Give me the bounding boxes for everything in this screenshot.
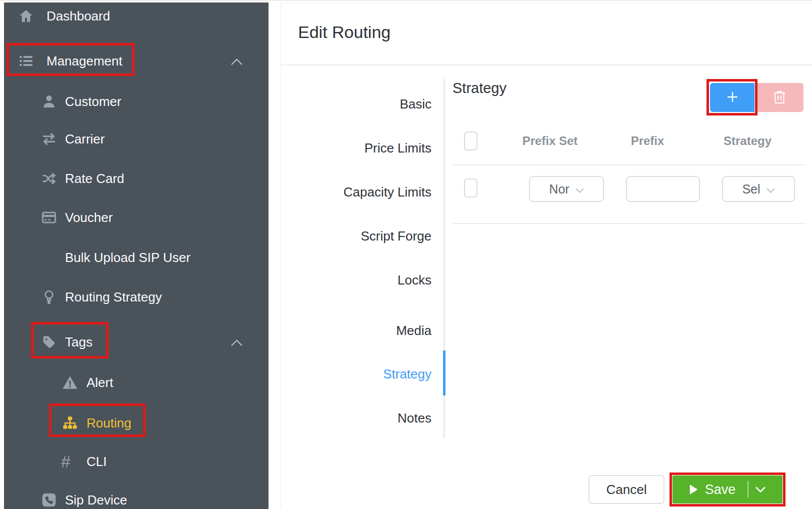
list-icon	[17, 52, 39, 70]
add-row-button[interactable]	[710, 83, 754, 112]
sidebar-item-tags[interactable]: Tags	[4, 326, 268, 358]
icon-spacer	[40, 248, 58, 266]
dialog-header: Edit Routing	[281, 4, 812, 66]
save-split-divider	[748, 481, 748, 498]
prefix-set-select-value: Nor	[549, 182, 569, 196]
sidebar-item-label: Carrier	[65, 132, 104, 147]
sidebar-item-sip-device[interactable]: Sip Device	[4, 484, 268, 509]
sidebar-item-dashboard[interactable]: Dashboard	[4, 0, 268, 32]
save-button[interactable]: Save	[672, 476, 782, 504]
sidebar-item-management[interactable]: Management	[4, 45, 268, 77]
tab-price-limits[interactable]: Price Limits	[282, 137, 432, 159]
chevron-up-icon	[231, 334, 242, 350]
tab-locks[interactable]: Locks	[282, 269, 432, 291]
sidebar-item-rate-card[interactable]: Rate Card	[4, 162, 268, 194]
sidebar-item-label: Rate Card	[65, 171, 124, 186]
column-header-prefix: Prefix	[602, 134, 692, 148]
exchange-icon	[40, 130, 58, 148]
column-header-strategy: Strategy	[702, 134, 792, 148]
sidebar-item-label: Alert	[86, 375, 113, 390]
sidebar-item-routing[interactable]: Routing	[4, 407, 268, 439]
sidebar-item-label: Voucher	[65, 210, 112, 226]
cancel-button[interactable]: Cancel	[588, 475, 664, 504]
delete-rows-button[interactable]	[756, 83, 804, 112]
sidebar-item-label: Routing Strategy	[65, 290, 162, 305]
sidebar-item-label: Customer	[65, 94, 122, 110]
sidebar-item-label: Sip Device	[65, 492, 127, 508]
lightbulb-icon	[40, 288, 58, 306]
edit-routing-dialog: Edit Routing	[280, 3, 812, 509]
sidebar-item-voucher[interactable]: Voucher	[4, 202, 268, 234]
chevron-down-icon	[576, 182, 584, 196]
tab-notes[interactable]: Notes	[282, 407, 432, 429]
select-all-checkbox[interactable]	[464, 132, 478, 150]
home-icon	[17, 7, 39, 25]
sidebar-item-alert[interactable]: Alert	[4, 366, 268, 398]
sidebar-item-routing-strategy[interactable]: Routing Strategy	[4, 281, 268, 313]
user-icon	[40, 92, 58, 110]
save-button-label: Save	[705, 482, 736, 498]
sitemap-icon	[61, 414, 79, 432]
prefix-input[interactable]	[626, 176, 700, 202]
alert-icon	[61, 374, 79, 392]
chevron-up-icon	[231, 54, 242, 69]
table-row-divider	[452, 223, 806, 224]
table-header-divider	[452, 164, 806, 166]
hash-icon: #	[61, 452, 79, 470]
sidebar-item-label: Bulk Upload SIP User	[65, 250, 190, 266]
phone-icon	[40, 491, 58, 509]
sidebar-item-customer[interactable]: Customer	[4, 86, 268, 118]
tab-strategy[interactable]: Strategy	[282, 363, 432, 385]
sidebar-item-label: Routing	[86, 416, 132, 431]
tab-script-forge[interactable]: Script Forge	[282, 225, 432, 247]
credit-card-icon	[40, 208, 58, 226]
sidebar-item-label: Management	[46, 54, 122, 69]
column-header-prefix-set: Prefix Set	[505, 134, 595, 148]
strategy-select[interactable]: Sel	[722, 176, 795, 202]
sidebar-item-label: Dashboard	[46, 8, 110, 24]
page-title: Edit Routing	[298, 22, 390, 42]
sidebar-item-cli[interactable]: #CLI	[4, 446, 268, 478]
sidebar-item-bulk-upload-sip-user[interactable]: Bulk Upload SIP User	[4, 242, 268, 274]
play-icon	[690, 484, 698, 494]
tab-capacity-limits[interactable]: Capacity Limits	[282, 181, 432, 203]
tab-media[interactable]: Media	[282, 320, 432, 342]
tab-basic[interactable]: Basic	[282, 93, 432, 115]
shuffle-icon	[40, 170, 58, 188]
active-tab-indicator	[443, 350, 446, 396]
strategy-select-value: Sel	[742, 182, 760, 196]
prefix-set-select[interactable]: Nor	[529, 176, 604, 202]
chevron-down-icon	[766, 182, 775, 196]
trash-icon	[772, 89, 787, 106]
tag-icon	[40, 333, 58, 351]
section-title: Strategy	[452, 80, 506, 96]
chevron-down-icon	[756, 486, 766, 493]
sidebar-item-label: CLI	[86, 454, 106, 470]
plus-icon	[726, 90, 740, 106]
sidebar-item-label: Tags	[65, 334, 92, 350]
app-page: DashboardManagementCustomerCarrierRate C…	[0, 0, 812, 509]
sidebar: DashboardManagementCustomerCarrierRate C…	[4, 2, 268, 509]
row-checkbox[interactable]	[464, 178, 478, 198]
sidebar-item-carrier[interactable]: Carrier	[4, 123, 268, 155]
